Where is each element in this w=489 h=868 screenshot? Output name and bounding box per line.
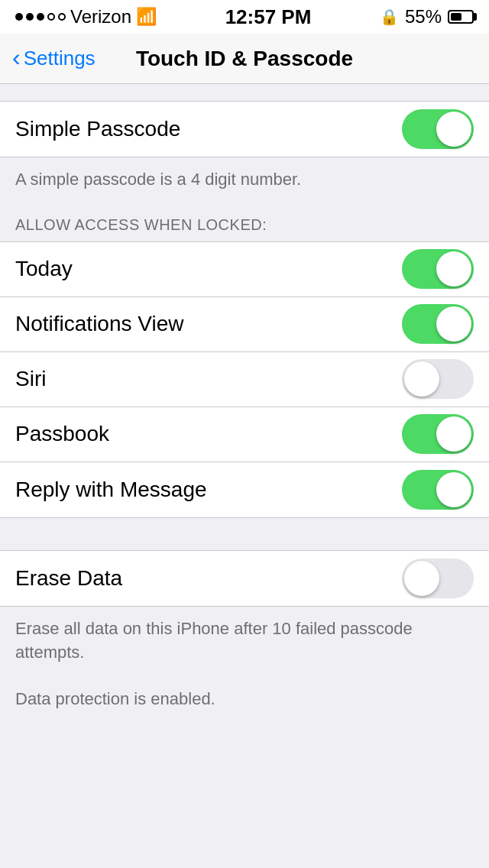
reply-with-message-toggle[interactable]: [402, 470, 474, 510]
page-title: Touch ID & Passcode: [136, 47, 353, 71]
today-toggle[interactable]: [402, 249, 474, 289]
today-knob: [436, 251, 471, 287]
reply-with-message-row: Reply with Message: [0, 462, 489, 517]
status-right: 🔒 55%: [380, 6, 474, 28]
allow-access-section: Today Notifications View Siri Passbook R…: [0, 241, 489, 518]
today-label: Today: [15, 257, 73, 281]
status-left: Verizon 📶: [15, 6, 157, 28]
wifi-icon: 📶: [136, 7, 157, 27]
status-bar: Verizon 📶 12:57 PM 🔒 55%: [0, 0, 489, 34]
allow-access-header: ALLOW ACCESS WHEN LOCKED:: [0, 202, 489, 241]
dot1: [15, 13, 23, 21]
siri-toggle[interactable]: [402, 359, 474, 399]
mid-spacer: [0, 518, 489, 550]
dot3: [37, 13, 44, 21]
passbook-row: Passbook: [0, 407, 489, 462]
passbook-toggle[interactable]: [402, 414, 474, 454]
battery-fill: [451, 13, 461, 21]
siri-label: Siri: [15, 367, 46, 391]
erase-data-label: Erase Data: [15, 566, 122, 591]
back-button[interactable]: ‹ Settings: [12, 45, 96, 72]
simple-passcode-section: Simple Passcode: [0, 101, 489, 157]
lock-icon: 🔒: [380, 8, 399, 26]
dot4: [47, 13, 55, 21]
signal-dots: [15, 13, 66, 21]
passbook-label: Passbook: [15, 422, 109, 446]
siri-knob: [404, 361, 439, 397]
erase-data-desc: Erase all data on this iPhone after 10 f…: [0, 607, 489, 722]
simple-passcode-row: Simple Passcode: [0, 102, 489, 157]
simple-passcode-toggle[interactable]: [402, 109, 474, 149]
simple-passcode-desc: A simple passcode is a 4 digit number.: [0, 157, 489, 202]
passbook-knob: [436, 416, 471, 452]
status-time: 12:57 PM: [225, 5, 312, 29]
notifications-view-toggle[interactable]: [402, 304, 474, 344]
dot5: [58, 13, 66, 21]
back-label: Settings: [24, 47, 96, 70]
siri-row: Siri: [0, 352, 489, 407]
notifications-view-label: Notifications View: [15, 312, 183, 336]
notifications-view-knob: [436, 306, 471, 342]
back-chevron-icon: ‹: [12, 44, 21, 72]
nav-bar: ‹ Settings Touch ID & Passcode: [0, 34, 489, 84]
reply-with-message-label: Reply with Message: [15, 478, 207, 502]
carrier-label: Verizon: [70, 6, 131, 28]
notifications-view-row: Notifications View: [0, 297, 489, 352]
dot2: [26, 13, 34, 21]
today-row: Today: [0, 242, 489, 297]
battery-percent: 55%: [405, 6, 442, 28]
erase-data-row: Erase Data: [0, 551, 489, 606]
reply-with-message-knob: [436, 472, 471, 507]
erase-data-knob: [404, 561, 439, 596]
battery-icon: [448, 10, 474, 24]
top-spacer: [0, 84, 489, 101]
erase-data-toggle[interactable]: [402, 559, 474, 598]
erase-data-section: Erase Data: [0, 550, 489, 607]
simple-passcode-label: Simple Passcode: [15, 117, 180, 141]
simple-passcode-knob: [436, 112, 471, 147]
